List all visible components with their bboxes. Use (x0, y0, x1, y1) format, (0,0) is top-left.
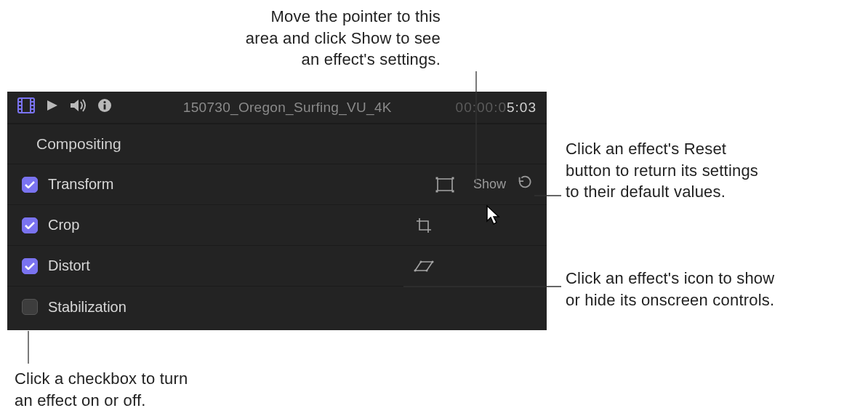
effect-label: Crop (48, 217, 79, 233)
callout-checkbox: Click a checkbox to turn an effect on or… (15, 368, 262, 411)
color-inspector-tab-icon[interactable] (45, 98, 60, 116)
clip-name-label: 150730_Oregon_Surfing_VU_4K (128, 100, 447, 116)
svg-rect-16 (451, 177, 454, 179)
callout-line: Click an effect's icon to show (566, 268, 864, 289)
section-header-compositing[interactable]: Compositing (7, 124, 547, 164)
effect-row-crop[interactable]: Crop (7, 205, 547, 246)
effect-row-stabilization[interactable]: Stabilization (7, 287, 547, 327)
callout-line: button to return its settings (566, 160, 856, 182)
callout-line: Click a checkbox to turn (15, 368, 262, 390)
svg-point-22 (432, 260, 434, 263)
reset-button[interactable] (516, 175, 532, 194)
timecode-bright: 5:03 (507, 100, 537, 115)
callout-reset: Click an effect's Reset button to return… (566, 138, 856, 203)
effect-checkbox-crop[interactable] (22, 217, 38, 233)
timecode-dim: 00:00:0 (456, 100, 507, 115)
show-button[interactable]: Show (473, 177, 506, 192)
svg-rect-14 (438, 179, 452, 191)
effect-checkbox-transform[interactable] (22, 177, 38, 193)
svg-marker-9 (47, 100, 57, 111)
row-hover-controls: Show (473, 175, 532, 194)
callout-line: or hide its onscreen controls. (566, 289, 864, 311)
inspector-header: 150730_Oregon_Surfing_VU_4K 00:00:05:03 (7, 92, 547, 124)
effect-row-transform[interactable]: Transform Show (7, 164, 547, 205)
callout-line: Move the pointer to this (208, 6, 441, 28)
callout-line: Click an effect's Reset (566, 138, 856, 160)
callout-line: an effect's settings. (208, 49, 441, 71)
effect-checkbox-distort[interactable] (22, 258, 38, 274)
audio-inspector-tab-icon[interactable] (70, 98, 87, 116)
video-inspector-tab-icon[interactable] (17, 97, 35, 117)
svg-rect-13 (104, 105, 106, 110)
effect-label: Stabilization (48, 299, 126, 316)
svg-point-12 (103, 101, 105, 103)
video-inspector-panel: 150730_Oregon_Surfing_VU_4K 00:00:05:03 … (7, 92, 547, 330)
callout-line: an effect on or off. (15, 390, 262, 412)
clip-timecode: 00:00:05:03 (456, 100, 537, 116)
callout-line: to their default values. (566, 181, 856, 203)
effect-row-distort[interactable]: Distort (7, 246, 547, 287)
info-inspector-tab-icon[interactable] (97, 98, 112, 116)
section-label: Compositing (36, 135, 121, 153)
effect-checkbox-stabilization[interactable] (22, 299, 38, 315)
transform-onscreen-controls-icon[interactable] (434, 177, 456, 193)
svg-rect-17 (435, 190, 438, 192)
callout-effect-icon: Click an effect's icon to show or hide i… (566, 268, 864, 311)
callout-line: area and click Show to see (208, 28, 441, 49)
svg-rect-15 (435, 177, 438, 179)
svg-rect-18 (451, 190, 454, 192)
svg-marker-10 (71, 100, 79, 111)
svg-point-21 (420, 260, 422, 263)
callout-show-settings: Move the pointer to this area and click … (208, 6, 441, 71)
inspector-tab-icons (17, 97, 112, 117)
distort-onscreen-controls-icon[interactable] (413, 259, 435, 273)
effect-label: Transform (48, 176, 113, 193)
svg-point-20 (414, 269, 417, 271)
svg-marker-19 (415, 262, 433, 271)
crop-onscreen-controls-icon[interactable] (413, 217, 435, 234)
svg-point-23 (426, 269, 428, 271)
effect-label: Distort (48, 257, 90, 274)
